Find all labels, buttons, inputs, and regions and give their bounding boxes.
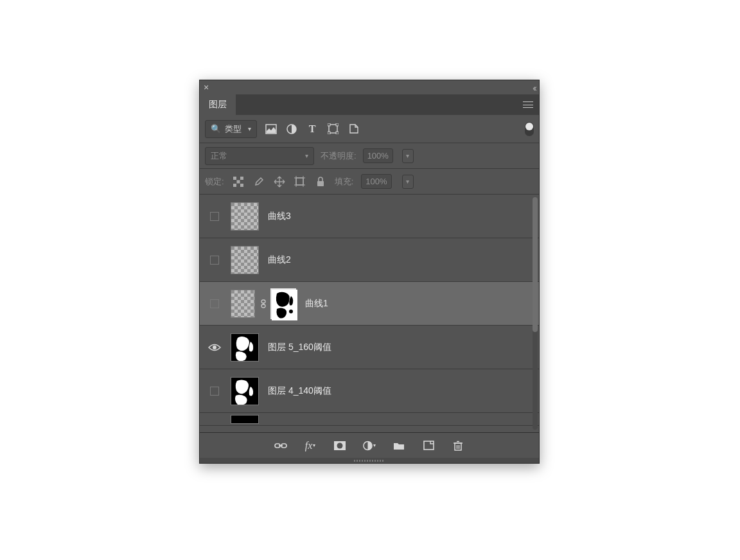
filter-toggle[interactable] (525, 122, 534, 136)
new-adjustment-icon[interactable]: ▾ (363, 439, 376, 452)
lock-position-icon[interactable] (273, 175, 286, 188)
layer-name: 曲线3 (268, 211, 291, 222)
tab-layers[interactable]: 图层 (200, 94, 236, 115)
svg-rect-9 (240, 177, 243, 180)
visibility-toggle[interactable] (204, 343, 225, 352)
opacity-value: 100% (367, 151, 389, 161)
layer-row[interactable]: 曲线2 (200, 238, 539, 282)
layer-thumbnail[interactable] (231, 246, 259, 274)
add-mask-icon[interactable] (333, 439, 346, 452)
panel-tabrow: 图层 (200, 94, 539, 115)
filter-kind-label: 类型 (225, 123, 242, 135)
layer-row[interactable]: 图层 4_140阈值 (200, 369, 539, 413)
layer-thumbnail[interactable] (231, 377, 259, 405)
fill-value: 100% (366, 177, 387, 186)
panel-menu-icon[interactable] (517, 94, 539, 115)
layer-row[interactable]: 曲线3 (200, 195, 539, 238)
layer-row[interactable]: 图层 5_160阈值 (200, 326, 539, 369)
layer-name: 曲线2 (268, 254, 291, 266)
filter-adjustment-icon[interactable] (285, 123, 298, 136)
layer-name: 图层 5_160阈值 (268, 342, 331, 353)
eye-icon (208, 343, 221, 352)
svg-rect-8 (233, 177, 236, 180)
blend-mode-label: 正常 (211, 150, 227, 162)
fx-icon[interactable]: fx▾ (304, 439, 317, 452)
lock-artboard-icon[interactable] (294, 175, 306, 188)
visibility-toggle[interactable] (204, 256, 225, 265)
blend-row: 正常 ▾ 不透明度: 100% ▾ (200, 143, 539, 169)
layer-thumbnail[interactable] (231, 415, 259, 424)
svg-rect-33 (424, 441, 434, 450)
opacity-stepper[interactable]: ▾ (402, 149, 414, 163)
svg-point-23 (289, 310, 293, 313)
delete-layer-icon[interactable] (452, 439, 464, 452)
blend-mode-select[interactable]: 正常 ▾ (205, 147, 314, 165)
panel-titlebar: × ‹‹ (200, 80, 539, 94)
svg-rect-6 (336, 132, 339, 134)
search-icon: 🔍 (211, 124, 221, 134)
layer-list: 曲线3 曲线2 曲线1 图层 5_ (200, 195, 539, 432)
filter-type-icon[interactable]: T (306, 123, 319, 136)
lock-transparency-icon[interactable] (232, 175, 245, 188)
lock-pixels-icon[interactable] (252, 175, 265, 188)
layer-name: 曲线1 (305, 298, 328, 310)
svg-rect-4 (336, 123, 339, 126)
panel-footer: fx▾ ▾ (200, 432, 539, 458)
filter-pixel-icon[interactable] (265, 123, 278, 136)
lock-all-icon[interactable] (314, 175, 327, 188)
svg-point-31 (337, 442, 343, 448)
svg-rect-5 (328, 132, 330, 134)
svg-rect-3 (328, 123, 330, 126)
link-layers-icon[interactable] (274, 439, 287, 452)
svg-point-24 (213, 346, 216, 349)
svg-rect-11 (233, 184, 236, 187)
layer-thumbnail[interactable] (231, 202, 259, 231)
lock-row: 锁定: 填充: 100% ▾ (200, 169, 539, 195)
filter-row: 🔍 类型 ▾ T (200, 115, 539, 143)
mask-link-icon[interactable] (260, 299, 267, 308)
chevron-down-icon: ▾ (305, 152, 308, 159)
svg-rect-10 (236, 180, 240, 183)
lock-label: 锁定: (205, 176, 224, 188)
scrollbar-thumb[interactable] (533, 197, 538, 332)
chevron-down-icon: ▾ (248, 125, 251, 132)
visibility-toggle[interactable] (204, 299, 225, 308)
fill-input[interactable]: 100% (361, 174, 391, 189)
layers-panel: × ‹‹ 图层 🔍 类型 ▾ T 正常 (199, 80, 540, 464)
opacity-label: 不透明度: (321, 150, 357, 162)
resize-grip[interactable] (200, 458, 539, 463)
layer-thumbnail[interactable] (231, 333, 259, 362)
fill-label: 填充: (335, 176, 354, 188)
collapse-icon[interactable]: ‹‹ (533, 82, 535, 93)
visibility-toggle[interactable] (204, 212, 225, 221)
fill-stepper[interactable]: ▾ (402, 175, 414, 189)
layer-row[interactable]: 曲线1 (200, 282, 539, 326)
layer-mask-thumbnail[interactable] (270, 288, 296, 319)
layer-name: 图层 4_140阈值 (268, 385, 331, 397)
svg-rect-13 (296, 178, 303, 185)
close-icon[interactable]: × (204, 82, 209, 92)
filter-shape-icon[interactable] (326, 123, 339, 136)
new-group-icon[interactable] (392, 439, 405, 452)
filter-smartobject-icon[interactable] (347, 123, 360, 136)
new-layer-icon[interactable] (422, 439, 435, 452)
layer-row[interactable] (200, 413, 539, 426)
layer-thumbnail[interactable] (231, 290, 255, 318)
opacity-input[interactable]: 100% (363, 148, 393, 163)
tab-label: 图层 (209, 99, 227, 110)
filter-kind-select[interactable]: 🔍 类型 ▾ (205, 120, 257, 138)
visibility-toggle[interactable] (204, 387, 225, 396)
svg-rect-18 (317, 181, 324, 186)
svg-rect-12 (240, 184, 243, 187)
